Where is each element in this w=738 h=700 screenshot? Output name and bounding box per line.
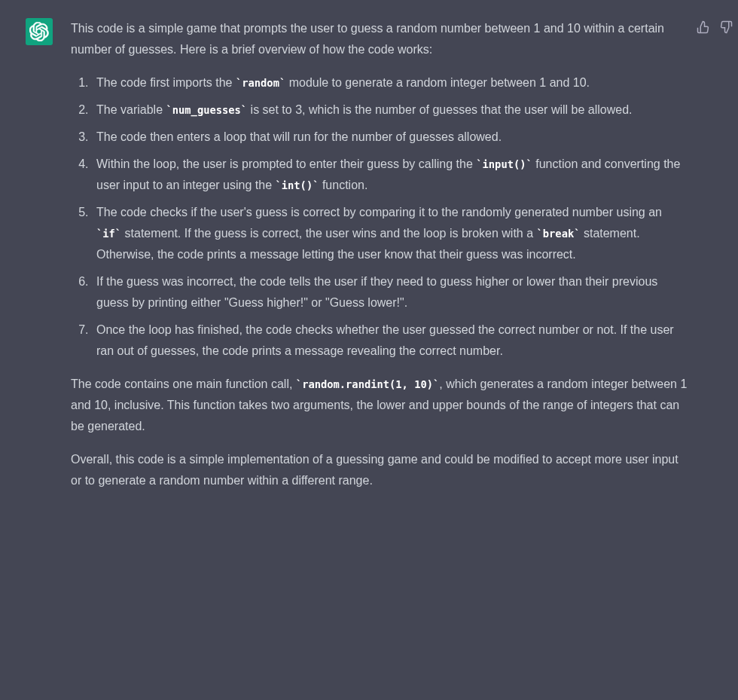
message-actions [696,20,733,35]
inline-code: if [102,228,115,240]
openai-icon [29,22,49,41]
list-item: The variable `num_guesses` is set to 3, … [92,99,688,121]
list-item: If the guess was incorrect, the code tel… [92,271,688,313]
assistant-message: This code is a simple game that prompts … [0,0,738,509]
assistant-avatar [26,18,53,45]
thumbs-down-icon [719,20,733,34]
inline-code: random.randint(1, 10) [302,378,433,390]
list-item: The code then enters a loop that will ru… [92,127,688,148]
intro-paragraph: This code is a simple game that prompts … [71,18,688,60]
list-item: Once the loop has finished, the code che… [92,319,688,362]
list-item: Within the loop, the user is prompted to… [92,154,688,196]
paragraph: The code contains one main function call… [71,374,688,437]
inline-code: break [543,228,574,240]
paragraph: Overall, this code is a simple implement… [71,449,688,491]
inline-code: input() [483,158,526,170]
list-item: The code first imports the `random` modu… [92,72,688,93]
list-item: The code checks if the user's guess is c… [92,202,688,265]
inline-code: random [242,77,279,89]
steps-list: The code first imports the `random` modu… [71,72,688,362]
message-content: This code is a simple game that prompts … [71,18,688,491]
thumbs-up-button[interactable] [696,20,711,35]
thumbs-down-button[interactable] [718,20,733,35]
inline-code: int() [282,179,313,191]
inline-code: num_guesses [172,104,241,116]
thumbs-up-icon [697,20,710,34]
